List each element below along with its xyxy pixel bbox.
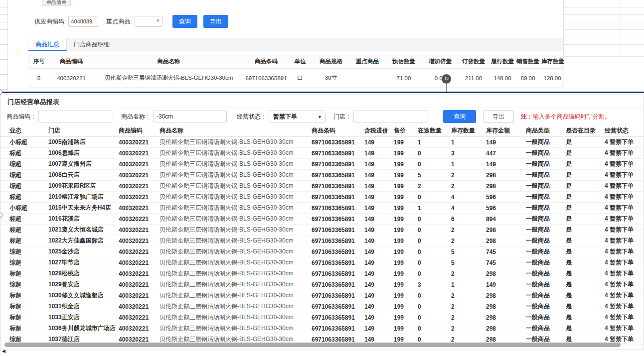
table-row[interactable]: 综超1009花果园R区店400320221贝伦斯企鹅三层钢清汤涮火锅-BLS-G… <box>0 181 643 192</box>
scroll-up-icon[interactable]: ▲ <box>558 56 562 61</box>
table-row[interactable]: 小标超1015中天未来方舟H4店400320221贝伦斯企鹅三层钢清汤涮火锅-B… <box>0 203 643 214</box>
table-row[interactable]: 标超1030修文文城逸都店400320221贝伦斯企鹅三层钢清汤涮火锅-BLS-… <box>0 290 643 301</box>
query-button[interactable]: 查询 <box>443 110 476 123</box>
table-row[interactable]: 标超1010榕江常驰广场店400320221贝伦斯企鹅三层钢清汤涮火锅-BLS-… <box>0 192 643 203</box>
bt-cell: 标超 <box>9 226 48 234</box>
table-row[interactable]: 综超1007遵义播州店400320221贝伦斯企鹅三层钢清汤涮火锅-BLS-GE… <box>0 159 643 170</box>
bt-cell: 298 <box>486 227 526 234</box>
clipped-window-tab[interactable]: 单品清单 <box>42 0 71 6</box>
bt-cell: 0 <box>418 314 451 321</box>
bt-cell: 6971063365891 <box>312 139 364 146</box>
table-row[interactable]: 标超1036务川麒龙城市广场店400320221贝伦斯企鹅三层钢清汤涮火锅-BL… <box>0 323 643 334</box>
bt-cell: 149 <box>364 259 394 266</box>
bt-cell: 4 暂禁下单 <box>605 269 643 278</box>
table-row[interactable]: 综超1029瓮安店400320221贝伦斯企鹅三层钢清汤涮火锅-BLS-GEHG… <box>0 279 643 290</box>
bt-cell: 综超 <box>9 280 48 289</box>
bt-cell: 6971063365891 <box>312 216 364 223</box>
tab-product-summary[interactable]: 商品汇总 <box>28 38 67 51</box>
bt-cell: 是 <box>566 182 605 190</box>
bt-cell: 149 <box>364 336 394 343</box>
table-row[interactable]: 标超1033正安店400320221贝伦斯企鹅三层钢清汤涮火锅-BLS-GEHG… <box>0 312 643 323</box>
bt-cell: 2 <box>451 172 486 179</box>
bt-cell: 149 <box>364 216 394 223</box>
tt-header-cell: 商品编码 <box>49 58 93 65</box>
table-row[interactable]: 标超1022大方佳鑫国际店400320221贝伦斯企鹅三层钢清汤涮火锅-BLS-… <box>0 236 643 246</box>
bt-cell: 298 <box>486 336 526 343</box>
bt-cell: 4 暂禁下单 <box>605 302 643 311</box>
bt-cell: 1027毕节店 <box>48 258 119 267</box>
tab-store-product-detail[interactable]: 门店商品明细 <box>67 38 117 51</box>
table-row[interactable]: 5400320221贝伦斯企鹅三层钢清汤涮火锅-BLS-GEHG30-30cm6… <box>28 69 564 88</box>
bt-cell: 贝伦斯企鹅三层钢清汤涮火锅-BLS-GEHG30-30cm <box>160 291 312 300</box>
bt-cell: 6971063365891 <box>312 237 364 244</box>
bt-cell: 1010榕江常驰广场店 <box>48 193 119 201</box>
table-row[interactable]: 综超1027毕节店400320221贝伦斯企鹅三层钢清汤涮火锅-BLS-GEHG… <box>0 257 643 268</box>
top-tab-bar: 商品汇总 门店商品明细 <box>28 38 564 51</box>
product-code-input[interactable] <box>38 111 113 122</box>
tt-cell: 6971063365891 <box>244 75 288 81</box>
bt-cell: 1028松桃店 <box>48 269 119 278</box>
refresh-icon[interactable]: ↻ <box>442 74 451 84</box>
store-report-table: 业态门店商品编码商品名称商品条码含税进价售价在途数量库存数量库存金额商品类型是否… <box>0 125 643 345</box>
bt-cell: 4 暂禁下单 <box>605 313 643 322</box>
bt-cell: 298 <box>486 270 526 277</box>
bt-header-cell: 商品类型 <box>526 126 566 135</box>
bottom-filter-bar: 商品编码： 商品名称： 经营状态： 暂禁下单 ▼ 门店： 查询 导出 注：输入多… <box>0 108 643 125</box>
bt-cell: 是 <box>566 204 605 212</box>
bt-cell: 298 <box>486 172 526 179</box>
key-product-select[interactable]: ▼ <box>135 16 162 27</box>
resize-handle-icon[interactable] <box>0 90 2 95</box>
bt-cell: 199 <box>394 194 418 201</box>
table-row[interactable]: 标超1016花溪店400320221贝伦斯企鹅三层钢清汤涮火锅-BLS-GEHG… <box>0 214 643 225</box>
bt-header-cell: 售价 <box>394 126 418 135</box>
tt-cell: 148.00 <box>489 75 515 81</box>
bt-cell: 0 <box>418 216 451 223</box>
table-row[interactable]: 综超1025金沙店400320221贝伦斯企鹅三层钢清汤涮火锅-BLS-GEHG… <box>0 246 643 257</box>
bt-cell: 贝伦斯企鹅三层钢清汤涮火锅-BLS-GEHG30-30cm <box>160 313 312 322</box>
bt-cell: 一般商品 <box>526 193 566 201</box>
export-button[interactable]: 导出 <box>483 110 514 123</box>
product-name-input[interactable] <box>153 111 227 122</box>
table-row[interactable]: 标超1021遵义大恒名城店400320221贝伦斯企鹅三层钢清汤涮火锅-BLS-… <box>0 225 643 236</box>
panel-divider[interactable] <box>0 92 644 93</box>
bt-cell: 400320221 <box>119 194 160 201</box>
tt-header-cell: 商品名称 <box>93 58 244 65</box>
bt-cell: 894 <box>486 216 526 223</box>
status-select[interactable]: 暂禁下单 ▼ <box>269 111 325 122</box>
bt-cell: 1005南浦路店 <box>48 138 119 146</box>
top-table: ▲ 序号商品编码商品名称商品条码单位商品规格重点商品预估数量增加倍量订货数量履行… <box>28 54 564 88</box>
bt-cell: 745 <box>486 248 526 255</box>
bt-cell: 1 <box>451 161 486 168</box>
tt-header-cell: 单位 <box>288 58 312 65</box>
bt-cell: 5 <box>451 248 486 255</box>
table-row[interactable]: 小标超1005南浦路店400320221贝伦斯企鹅三层钢清汤涮火锅-BLS-GE… <box>0 137 643 148</box>
query-button[interactable]: 查询 <box>172 15 197 28</box>
bt-cell: 贝伦斯企鹅三层钢清汤涮火锅-BLS-GEHG30-30cm <box>160 138 312 146</box>
bt-cell: 298 <box>486 314 526 321</box>
table-row[interactable]: 标超1028松桃店400320221贝伦斯企鹅三层钢清汤涮火锅-BLS-GEHG… <box>0 268 643 279</box>
horizontal-scrollbar[interactable] <box>0 343 643 348</box>
bt-cell: 400320221 <box>119 161 160 168</box>
table-row[interactable]: 标超1006息烽店400320221贝伦斯企鹅三层钢清汤涮火锅-BLS-GEHG… <box>0 148 643 159</box>
bt-cell: 6971063365891 <box>312 172 364 179</box>
bt-cell: 2 <box>418 183 451 190</box>
bt-cell: 一般商品 <box>526 291 566 300</box>
scroll-left-icon[interactable]: ◀ <box>2 349 5 354</box>
bt-cell: 199 <box>394 205 418 212</box>
bt-cell: 是 <box>566 291 605 300</box>
scrollbar-thumb[interactable] <box>4 343 621 347</box>
bt-cell: 是 <box>566 171 605 179</box>
table-row[interactable]: 标超1031织金店400320221贝伦斯企鹅三层钢清汤涮火锅-BLS-GEHG… <box>0 301 643 312</box>
bt-cell: 400320221 <box>119 248 160 255</box>
bt-cell: 贝伦斯企鹅三层钢清汤涮火锅-BLS-GEHG30-30cm <box>160 215 312 223</box>
bt-cell: 6971063365891 <box>312 183 364 190</box>
bt-cell: 6971063365891 <box>312 161 364 168</box>
store-input[interactable] <box>353 111 428 122</box>
bt-cell: 是 <box>566 237 605 245</box>
bt-cell: 标超 <box>9 291 48 300</box>
bt-cell: 400320221 <box>119 205 160 212</box>
table-row[interactable]: 综超1008白云店400320221贝伦斯企鹅三层钢清汤涮火锅-BLS-GEHG… <box>0 170 643 181</box>
supplier-code-input[interactable] <box>68 16 98 27</box>
bt-cell: 贝伦斯企鹅三层钢清汤涮火锅-BLS-GEHG30-30cm <box>160 324 312 333</box>
export-button[interactable]: 导出 <box>203 15 228 28</box>
